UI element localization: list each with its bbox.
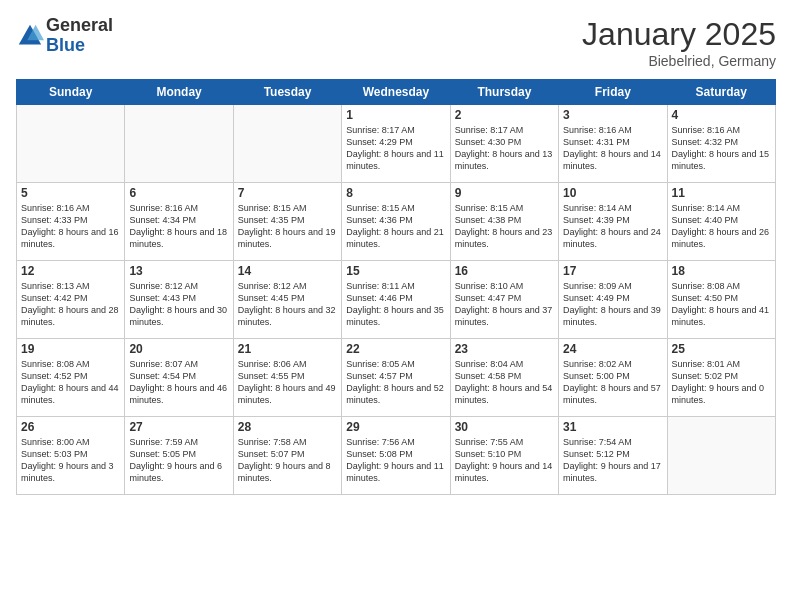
day-header-friday: Friday [559, 80, 667, 105]
day-info: Sunrise: 8:15 AM Sunset: 4:35 PM Dayligh… [238, 202, 337, 251]
calendar-cell: 13Sunrise: 8:12 AM Sunset: 4:43 PM Dayli… [125, 261, 233, 339]
calendar-cell: 18Sunrise: 8:08 AM Sunset: 4:50 PM Dayli… [667, 261, 775, 339]
day-info: Sunrise: 8:16 AM Sunset: 4:33 PM Dayligh… [21, 202, 120, 251]
day-info: Sunrise: 8:05 AM Sunset: 4:57 PM Dayligh… [346, 358, 445, 407]
day-info: Sunrise: 8:07 AM Sunset: 4:54 PM Dayligh… [129, 358, 228, 407]
calendar-cell: 15Sunrise: 8:11 AM Sunset: 4:46 PM Dayli… [342, 261, 450, 339]
day-info: Sunrise: 8:12 AM Sunset: 4:45 PM Dayligh… [238, 280, 337, 329]
day-header-thursday: Thursday [450, 80, 558, 105]
calendar-cell: 30Sunrise: 7:55 AM Sunset: 5:10 PM Dayli… [450, 417, 558, 495]
calendar-cell: 8Sunrise: 8:15 AM Sunset: 4:36 PM Daylig… [342, 183, 450, 261]
day-number: 5 [21, 186, 120, 200]
day-info: Sunrise: 8:16 AM Sunset: 4:31 PM Dayligh… [563, 124, 662, 173]
day-info: Sunrise: 7:55 AM Sunset: 5:10 PM Dayligh… [455, 436, 554, 485]
calendar-cell: 20Sunrise: 8:07 AM Sunset: 4:54 PM Dayli… [125, 339, 233, 417]
day-info: Sunrise: 8:12 AM Sunset: 4:43 PM Dayligh… [129, 280, 228, 329]
calendar-cell: 12Sunrise: 8:13 AM Sunset: 4:42 PM Dayli… [17, 261, 125, 339]
day-info: Sunrise: 8:13 AM Sunset: 4:42 PM Dayligh… [21, 280, 120, 329]
week-row-3: 19Sunrise: 8:08 AM Sunset: 4:52 PM Dayli… [17, 339, 776, 417]
day-info: Sunrise: 8:08 AM Sunset: 4:50 PM Dayligh… [672, 280, 771, 329]
calendar-cell [17, 105, 125, 183]
header: General Blue January 2025 Biebelried, Ge… [16, 16, 776, 69]
day-info: Sunrise: 8:02 AM Sunset: 5:00 PM Dayligh… [563, 358, 662, 407]
day-info: Sunrise: 8:01 AM Sunset: 5:02 PM Dayligh… [672, 358, 771, 407]
calendar-cell: 4Sunrise: 8:16 AM Sunset: 4:32 PM Daylig… [667, 105, 775, 183]
calendar-header: SundayMondayTuesdayWednesdayThursdayFrid… [17, 80, 776, 105]
day-header-saturday: Saturday [667, 80, 775, 105]
calendar-cell: 29Sunrise: 7:56 AM Sunset: 5:08 PM Dayli… [342, 417, 450, 495]
day-info: Sunrise: 8:15 AM Sunset: 4:38 PM Dayligh… [455, 202, 554, 251]
calendar-cell: 31Sunrise: 7:54 AM Sunset: 5:12 PM Dayli… [559, 417, 667, 495]
week-row-0: 1Sunrise: 8:17 AM Sunset: 4:29 PM Daylig… [17, 105, 776, 183]
day-number: 27 [129, 420, 228, 434]
calendar-cell [125, 105, 233, 183]
calendar-cell: 5Sunrise: 8:16 AM Sunset: 4:33 PM Daylig… [17, 183, 125, 261]
day-header-wednesday: Wednesday [342, 80, 450, 105]
day-number: 8 [346, 186, 445, 200]
title-block: January 2025 Biebelried, Germany [582, 16, 776, 69]
logo-blue: Blue [46, 36, 113, 56]
day-number: 23 [455, 342, 554, 356]
day-number: 11 [672, 186, 771, 200]
day-header-monday: Monday [125, 80, 233, 105]
calendar-cell: 1Sunrise: 8:17 AM Sunset: 4:29 PM Daylig… [342, 105, 450, 183]
logo-general: General [46, 16, 113, 36]
calendar-cell: 2Sunrise: 8:17 AM Sunset: 4:30 PM Daylig… [450, 105, 558, 183]
day-number: 18 [672, 264, 771, 278]
week-row-1: 5Sunrise: 8:16 AM Sunset: 4:33 PM Daylig… [17, 183, 776, 261]
day-number: 19 [21, 342, 120, 356]
day-number: 28 [238, 420, 337, 434]
day-header-sunday: Sunday [17, 80, 125, 105]
day-number: 16 [455, 264, 554, 278]
day-info: Sunrise: 8:09 AM Sunset: 4:49 PM Dayligh… [563, 280, 662, 329]
calendar: SundayMondayTuesdayWednesdayThursdayFrid… [16, 79, 776, 495]
calendar-cell: 9Sunrise: 8:15 AM Sunset: 4:38 PM Daylig… [450, 183, 558, 261]
day-number: 31 [563, 420, 662, 434]
day-number: 29 [346, 420, 445, 434]
calendar-cell: 16Sunrise: 8:10 AM Sunset: 4:47 PM Dayli… [450, 261, 558, 339]
day-info: Sunrise: 8:16 AM Sunset: 4:32 PM Dayligh… [672, 124, 771, 173]
calendar-cell: 21Sunrise: 8:06 AM Sunset: 4:55 PM Dayli… [233, 339, 341, 417]
day-number: 20 [129, 342, 228, 356]
calendar-cell: 25Sunrise: 8:01 AM Sunset: 5:02 PM Dayli… [667, 339, 775, 417]
day-info: Sunrise: 7:58 AM Sunset: 5:07 PM Dayligh… [238, 436, 337, 485]
page: General Blue January 2025 Biebelried, Ge… [0, 0, 792, 612]
day-info: Sunrise: 8:14 AM Sunset: 4:39 PM Dayligh… [563, 202, 662, 251]
day-info: Sunrise: 8:00 AM Sunset: 5:03 PM Dayligh… [21, 436, 120, 485]
day-number: 7 [238, 186, 337, 200]
calendar-cell: 10Sunrise: 8:14 AM Sunset: 4:39 PM Dayli… [559, 183, 667, 261]
day-number: 17 [563, 264, 662, 278]
day-info: Sunrise: 8:14 AM Sunset: 4:40 PM Dayligh… [672, 202, 771, 251]
calendar-body: 1Sunrise: 8:17 AM Sunset: 4:29 PM Daylig… [17, 105, 776, 495]
day-info: Sunrise: 8:06 AM Sunset: 4:55 PM Dayligh… [238, 358, 337, 407]
day-info: Sunrise: 8:17 AM Sunset: 4:30 PM Dayligh… [455, 124, 554, 173]
calendar-cell: 3Sunrise: 8:16 AM Sunset: 4:31 PM Daylig… [559, 105, 667, 183]
day-info: Sunrise: 8:04 AM Sunset: 4:58 PM Dayligh… [455, 358, 554, 407]
day-info: Sunrise: 8:08 AM Sunset: 4:52 PM Dayligh… [21, 358, 120, 407]
header-row: SundayMondayTuesdayWednesdayThursdayFrid… [17, 80, 776, 105]
day-number: 1 [346, 108, 445, 122]
day-number: 15 [346, 264, 445, 278]
day-number: 25 [672, 342, 771, 356]
day-number: 4 [672, 108, 771, 122]
location-subtitle: Biebelried, Germany [582, 53, 776, 69]
week-row-4: 26Sunrise: 8:00 AM Sunset: 5:03 PM Dayli… [17, 417, 776, 495]
day-number: 21 [238, 342, 337, 356]
day-number: 22 [346, 342, 445, 356]
calendar-cell: 17Sunrise: 8:09 AM Sunset: 4:49 PM Dayli… [559, 261, 667, 339]
day-number: 13 [129, 264, 228, 278]
day-number: 3 [563, 108, 662, 122]
calendar-cell: 14Sunrise: 8:12 AM Sunset: 4:45 PM Dayli… [233, 261, 341, 339]
day-info: Sunrise: 8:16 AM Sunset: 4:34 PM Dayligh… [129, 202, 228, 251]
calendar-cell: 7Sunrise: 8:15 AM Sunset: 4:35 PM Daylig… [233, 183, 341, 261]
day-number: 6 [129, 186, 228, 200]
logo-text: General Blue [46, 16, 113, 56]
day-number: 12 [21, 264, 120, 278]
day-info: Sunrise: 8:10 AM Sunset: 4:47 PM Dayligh… [455, 280, 554, 329]
day-info: Sunrise: 8:15 AM Sunset: 4:36 PM Dayligh… [346, 202, 445, 251]
day-info: Sunrise: 7:59 AM Sunset: 5:05 PM Dayligh… [129, 436, 228, 485]
day-number: 2 [455, 108, 554, 122]
calendar-cell [667, 417, 775, 495]
calendar-cell: 11Sunrise: 8:14 AM Sunset: 4:40 PM Dayli… [667, 183, 775, 261]
day-header-tuesday: Tuesday [233, 80, 341, 105]
